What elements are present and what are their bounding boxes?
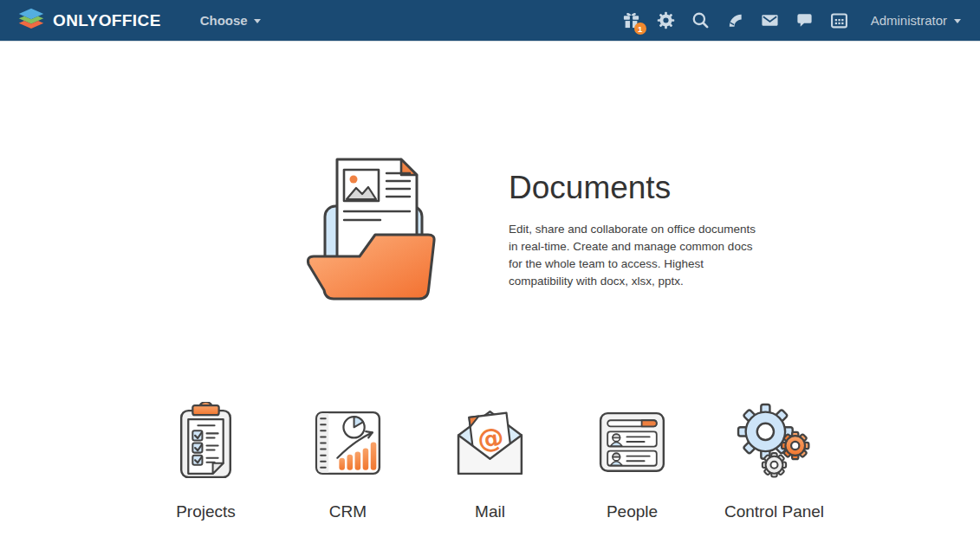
app-label: CRM (329, 502, 367, 521)
mail-app-icon: @ (450, 402, 530, 484)
crm-icon (308, 402, 388, 484)
onlyoffice-logo-icon (17, 8, 45, 34)
feed-button[interactable] (726, 11, 744, 29)
documents-hero-text: Documents Edit, share and collaborate on… (509, 156, 769, 307)
calendar-button[interactable] (830, 11, 848, 29)
gift-notification-badge: 1 (634, 23, 646, 35)
mail-button[interactable] (761, 11, 779, 29)
chevron-down-icon (254, 19, 261, 23)
chevron-down-icon (954, 19, 961, 23)
documents-hero: Documents Edit, share and collaborate on… (0, 156, 980, 307)
portal-home: Documents Edit, share and collaborate on… (0, 156, 980, 521)
app-crm[interactable]: CRM (301, 402, 396, 521)
choose-label: Choose (200, 13, 248, 28)
onlyoffice-logo[interactable]: ONLYOFFICE (17, 8, 161, 34)
settings-gear-icon (657, 11, 675, 29)
app-label: Projects (176, 502, 236, 521)
feed-icon (726, 11, 744, 29)
control-panel-gears-icon (734, 402, 815, 484)
documents-folder-illustration[interactable] (299, 156, 446, 307)
search-icon (691, 11, 710, 29)
topbar-actions: 1 (606, 11, 961, 29)
app-label: Control Panel (724, 502, 824, 521)
chat-icon (795, 11, 814, 29)
calendar-icon (830, 11, 848, 29)
app-projects[interactable]: Projects (159, 402, 254, 521)
settings-button[interactable] (657, 11, 675, 29)
app-people[interactable]: People (585, 402, 680, 521)
top-navigation-bar: ONLYOFFICE Choose 1 (0, 0, 980, 42)
module-shortcuts: Projects (0, 402, 980, 521)
user-menu[interactable]: Administrator (871, 13, 961, 28)
app-control-panel[interactable]: Control Panel (727, 402, 822, 521)
app-mail[interactable]: @ Mail (443, 402, 538, 521)
chat-button[interactable] (795, 11, 814, 29)
mail-icon (761, 11, 779, 29)
people-icon (592, 402, 672, 484)
documents-title[interactable]: Documents (509, 170, 769, 206)
user-name: Administrator (871, 13, 947, 28)
app-label: Mail (475, 502, 505, 521)
choose-module-dropdown[interactable]: Choose (200, 13, 261, 28)
app-label: People (607, 502, 658, 521)
brand-text: ONLYOFFICE (53, 11, 161, 30)
projects-icon (165, 402, 246, 484)
search-button[interactable] (691, 11, 710, 29)
gift-button[interactable]: 1 (622, 11, 640, 29)
documents-description: Edit, share and collaborate on office do… (509, 221, 760, 290)
